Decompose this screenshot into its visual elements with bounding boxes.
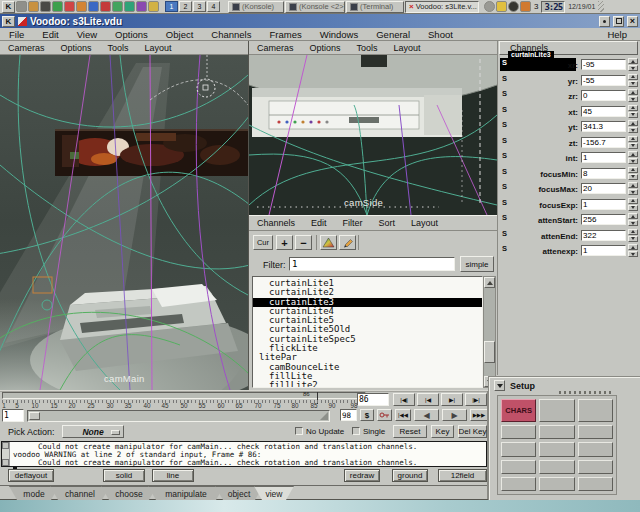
12field-button[interactable]: 12field	[438, 469, 487, 482]
s-toggle[interactable]: S	[502, 199, 507, 206]
menu-cameras[interactable]: Cameras	[249, 43, 302, 53]
menu-object[interactable]: Object	[157, 29, 202, 40]
value-spinner[interactable]	[628, 58, 638, 71]
menu-tools[interactable]: Tools	[100, 43, 137, 53]
tab-channel[interactable]: channel	[49, 486, 111, 500]
current-frame-input[interactable]	[357, 393, 389, 406]
s-toggle[interactable]: S	[502, 90, 507, 97]
console-scroll-down[interactable]	[2, 459, 9, 466]
menu-layout[interactable]: Layout	[403, 218, 446, 228]
taskbar-app-icon-home[interactable]	[76, 1, 87, 12]
menu-layout[interactable]: Layout	[386, 43, 429, 53]
scroll-up-arrow[interactable]	[484, 277, 495, 288]
menu-windows[interactable]: Windows	[311, 29, 368, 40]
redraw-button[interactable]: redraw	[344, 469, 380, 482]
channel-value-input[interactable]	[581, 152, 626, 163]
s-toggle[interactable]: S	[502, 168, 507, 175]
setup-slot-button[interactable]	[539, 477, 574, 491]
pager-desktop-4[interactable]: 4	[207, 1, 220, 12]
setup-slot-button[interactable]	[578, 399, 613, 422]
channel-value-input[interactable]	[581, 75, 626, 86]
task-button-konsole[interactable]: (Konsole)	[228, 1, 284, 13]
s-toggle[interactable]: S	[502, 214, 507, 221]
channel-value-input[interactable]	[581, 59, 626, 70]
no-update-checkbox[interactable]	[295, 427, 303, 435]
taskbar-resize-grip[interactable]	[598, 1, 604, 12]
pager-desktop-2[interactable]: 2	[179, 1, 192, 12]
setup-slot-button[interactable]	[501, 477, 536, 491]
value-spinner[interactable]	[628, 105, 638, 118]
menu-general[interactable]: General	[367, 29, 419, 40]
single-checkbox[interactable]	[352, 427, 360, 435]
channel-value-input[interactable]	[581, 183, 626, 194]
value-spinner[interactable]	[628, 151, 638, 164]
value-spinner[interactable]	[628, 229, 638, 242]
menu-help[interactable]: Help	[598, 29, 636, 40]
prev-key-button[interactable]: |◀	[417, 393, 439, 406]
del-key-button[interactable]: Del Key	[458, 425, 487, 438]
tray-phone-icon[interactable]	[508, 1, 519, 12]
menu-frames[interactable]: Frames	[260, 29, 310, 40]
tray-klipper-icon[interactable]	[520, 1, 531, 12]
add-channel-button[interactable]: +	[276, 235, 293, 250]
channel-value-input[interactable]	[581, 121, 626, 132]
channel-value-input[interactable]	[581, 106, 626, 117]
menu-filter[interactable]: Filter	[335, 218, 371, 228]
k-menu-button[interactable]: K	[2, 1, 15, 13]
taskbar-app-icon-pencil[interactable]	[148, 1, 159, 12]
menu-layout[interactable]: Layout	[137, 43, 180, 53]
s-toggle[interactable]: S	[502, 152, 507, 159]
taskbar-app-icon-gear[interactable]	[16, 1, 27, 12]
list-item[interactable]: fillLite2	[253, 381, 482, 388]
simple-filter-button[interactable]: simple	[460, 256, 494, 272]
taskbar-app-icon-package[interactable]	[136, 1, 147, 12]
menu-cameras[interactable]: Cameras	[0, 43, 53, 53]
setup-slot-button[interactable]	[539, 460, 574, 474]
line-button[interactable]: line	[152, 469, 194, 482]
taskbar-app-icon-display[interactable]	[52, 1, 63, 12]
menu-options[interactable]: Options	[53, 43, 100, 53]
channel-value-input[interactable]	[581, 90, 626, 101]
menu-file[interactable]: File	[0, 29, 33, 40]
s-toggle[interactable]: S	[502, 75, 507, 82]
channel-value-input[interactable]	[581, 137, 626, 148]
menu-shoot[interactable]: Shoot	[419, 29, 462, 40]
channel-value-input[interactable]	[581, 230, 626, 241]
console-scrollbar[interactable]	[2, 442, 10, 466]
setup-slot-button[interactable]	[578, 442, 613, 456]
chars-button[interactable]: CHARS	[501, 399, 536, 422]
value-spinner[interactable]	[628, 89, 638, 102]
taskbar-app-icon-help[interactable]	[64, 1, 75, 12]
next-key-button[interactable]: ▶|	[441, 393, 463, 406]
maximize-button[interactable]	[613, 16, 624, 27]
ground-button[interactable]: ground	[392, 469, 428, 482]
solid-button[interactable]: solid	[103, 469, 145, 482]
timeline-ruler[interactable]: 86 1 5 10 15 20 25 30 35 40 45 50 55 60 …	[0, 392, 368, 409]
menu-options[interactable]: Options	[302, 43, 349, 53]
deflayout-button[interactable]: deflayout	[8, 469, 54, 482]
tray-gear-icon[interactable]	[484, 1, 495, 12]
close-button[interactable]: ×	[627, 16, 638, 27]
s-toggle[interactable]: S	[502, 245, 507, 252]
task-button-konsole2[interactable]: (Konsole <2>)	[285, 1, 345, 13]
pick-action-dropdown[interactable]: None	[62, 425, 124, 438]
range-end-input[interactable]	[340, 409, 357, 421]
go-to-end-button[interactable]: |▶|	[465, 393, 487, 406]
tab-manipulate[interactable]: manipulate	[147, 486, 225, 500]
s-toggle[interactable]: S	[502, 137, 507, 144]
value-spinner[interactable]	[628, 167, 638, 180]
value-spinner[interactable]	[628, 244, 638, 257]
step-back-button[interactable]: |◀◀	[395, 409, 411, 421]
edit-curve-button[interactable]	[339, 235, 356, 250]
taskbar-app-icon-terminal[interactable]	[40, 1, 51, 12]
range-start-input[interactable]	[2, 409, 24, 422]
taskbar-app-icon-globe[interactable]	[88, 1, 99, 12]
step-forward-button[interactable]: ▶▶▶	[470, 409, 488, 421]
setup-slot-button[interactable]	[578, 460, 613, 474]
channel-value-input[interactable]	[581, 214, 626, 225]
remove-channel-button[interactable]: −	[295, 235, 312, 250]
go-to-start-button[interactable]: |◀|	[393, 393, 415, 406]
setup-collapse-button[interactable]	[494, 380, 505, 391]
ruler-groove[interactable]	[2, 392, 366, 399]
s-toggle[interactable]: S	[502, 59, 507, 66]
